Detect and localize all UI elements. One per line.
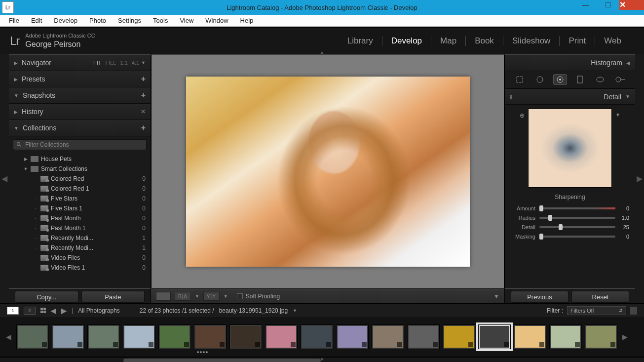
radial-filter-button[interactable]: [593, 74, 607, 85]
filmstrip-thumb[interactable]: [549, 324, 582, 349]
previous-button[interactable]: Previous: [511, 291, 568, 303]
filmstrip-thumb[interactable]: [87, 324, 120, 349]
filmstrip-thumb[interactable]: [229, 324, 262, 349]
filmstrip-thumb[interactable]: ★★★★: [194, 324, 227, 349]
add-collection-button[interactable]: +: [141, 123, 146, 132]
snapshots-panel-header[interactable]: ▼Snapshots +: [9, 87, 151, 104]
collection-row[interactable]: ·Past Month 10: [9, 223, 151, 233]
spot-removal-button[interactable]: [533, 74, 547, 85]
scrollbar-thumb[interactable]: [123, 359, 321, 362]
collection-row[interactable]: ·Five Stars0: [9, 194, 151, 203]
slider-amount[interactable]: Amount0: [511, 203, 629, 213]
source-label[interactable]: All Photographs: [78, 307, 120, 314]
nav-zoom-fill[interactable]: FILL: [105, 60, 116, 66]
filmstrip-scroll-left[interactable]: ◀: [4, 333, 13, 341]
redeye-tool-button[interactable]: [553, 74, 567, 85]
graduated-filter-button[interactable]: [573, 74, 587, 85]
slider-detail[interactable]: Detail25: [511, 222, 629, 232]
filter-dropdown[interactable]: Filters Off⇵: [567, 306, 626, 315]
collections-panel-header[interactable]: ▼Collections +: [9, 120, 151, 136]
filmstrip-thumb[interactable]: [52, 324, 84, 349]
left-collapse-handle[interactable]: ◀: [0, 54, 9, 303]
loupe-view-button[interactable]: [156, 292, 171, 301]
prev-photo-button[interactable]: ◀: [51, 307, 56, 315]
collection-row[interactable]: ·Recently Modi...1: [9, 243, 151, 253]
filmstrip-thumb[interactable]: [372, 324, 404, 349]
slider-knob[interactable]: [539, 205, 543, 211]
close-button[interactable]: ✕: [619, 0, 644, 10]
filmstrip-thumb[interactable]: [158, 324, 191, 349]
add-preset-button[interactable]: +: [141, 75, 146, 83]
filmstrip-thumb[interactable]: [16, 324, 49, 349]
canvas-area[interactable]: [151, 54, 504, 288]
primary-display-button[interactable]: 1: [7, 307, 19, 315]
menu-view[interactable]: View: [175, 16, 198, 25]
collection-row[interactable]: ·Colored Red 10: [9, 184, 151, 194]
disclosure-icon[interactable]: ▶: [23, 157, 28, 161]
menu-settings[interactable]: Settings: [113, 16, 146, 25]
navigator-panel-header[interactable]: ▶Navigator FITFILL1:14:1 ▼: [9, 55, 151, 71]
menu-window[interactable]: Window: [200, 16, 233, 25]
slider-knob[interactable]: [548, 215, 552, 221]
presets-panel-header[interactable]: ▶Presets +: [9, 71, 151, 87]
histogram-panel-header[interactable]: Histogram ◀: [505, 55, 635, 71]
collection-row[interactable]: ·Recently Modi...1: [9, 233, 151, 243]
slider-knob[interactable]: [539, 234, 543, 240]
menu-edit[interactable]: Edit: [26, 16, 47, 25]
menu-tools[interactable]: Tools: [148, 16, 173, 25]
crop-tool-button[interactable]: [513, 74, 527, 85]
panel-switch-icon[interactable]: ▮: [510, 93, 513, 100]
menu-file[interactable]: File: [4, 16, 24, 25]
paste-button[interactable]: Paste: [81, 291, 145, 303]
secondary-display-button[interactable]: 2: [24, 307, 36, 315]
grid-view-icon[interactable]: [40, 308, 46, 313]
maximize-button[interactable]: ☐: [597, 0, 619, 10]
main-photo[interactable]: [186, 77, 470, 267]
detail-panel-header[interactable]: ▮ Detail ▼: [505, 88, 635, 105]
slider-masking[interactable]: Masking0: [511, 232, 629, 241]
menu-develop[interactable]: Develop: [49, 16, 82, 25]
slider-track[interactable]: [539, 226, 615, 228]
next-photo-button[interactable]: ▶: [61, 307, 67, 315]
menu-photo[interactable]: Photo: [84, 16, 111, 25]
module-web[interactable]: Web: [595, 36, 630, 46]
slider-track[interactable]: [539, 217, 615, 219]
menu-help[interactable]: Help: [235, 16, 259, 25]
module-develop[interactable]: Develop: [382, 36, 431, 46]
nav-zoom-fit[interactable]: FIT: [93, 60, 102, 66]
filmstrip-thumb[interactable]: [265, 324, 298, 349]
filmstrip-thumb[interactable]: [514, 324, 546, 349]
before-after-horizontal-button[interactable]: B|A: [175, 292, 191, 301]
filter-lock-icon[interactable]: [630, 307, 637, 315]
chevron-down-icon[interactable]: ▼: [615, 112, 620, 118]
filmstrip-thumb[interactable]: [407, 324, 440, 349]
collection-row[interactable]: ·Five Stars 10: [9, 203, 151, 213]
minimize-button[interactable]: —: [574, 0, 597, 10]
adjustment-brush-button[interactable]: [613, 74, 627, 85]
module-book[interactable]: Book: [466, 36, 503, 46]
filmstrip-thumb[interactable]: [301, 324, 333, 349]
before-after-vertical-button[interactable]: Y|Y: [203, 292, 220, 301]
chevron-down-icon[interactable]: ▼: [224, 294, 228, 299]
history-panel-header[interactable]: ▶History ✕: [9, 104, 151, 120]
filmstrip-thumb[interactable]: [123, 324, 155, 349]
filename-menu-icon[interactable]: ▼: [293, 308, 297, 313]
filmstrip-thumb[interactable]: [443, 324, 475, 349]
disclosure-icon[interactable]: ▼: [23, 166, 28, 171]
right-collapse-handle[interactable]: ▶: [635, 54, 644, 303]
module-slideshow[interactable]: Slideshow: [503, 36, 560, 46]
filmstrip-thumb[interactable]: [336, 324, 369, 349]
add-snapshot-button[interactable]: +: [141, 91, 146, 100]
slider-track[interactable]: [539, 236, 615, 238]
filename-text[interactable]: beauty-1319951_1920.jpg: [219, 307, 288, 314]
collection-row[interactable]: ·Colored Red0: [9, 174, 151, 184]
slider-knob[interactable]: [559, 224, 563, 230]
slider-radius[interactable]: Radius1.0: [511, 213, 629, 222]
copy-button[interactable]: Copy...: [15, 291, 78, 303]
filmstrip-scroll-right[interactable]: ▶: [620, 333, 630, 341]
chevron-down-icon[interactable]: ▼: [195, 294, 199, 299]
navigator-zoom-opts[interactable]: FITFILL1:14:1: [93, 60, 139, 66]
detail-preview[interactable]: ⊕ ▼: [528, 109, 612, 188]
collapse-bottom-icon[interactable]: ▼: [320, 357, 325, 362]
nav-zoom-1:1[interactable]: 1:1: [120, 60, 127, 66]
